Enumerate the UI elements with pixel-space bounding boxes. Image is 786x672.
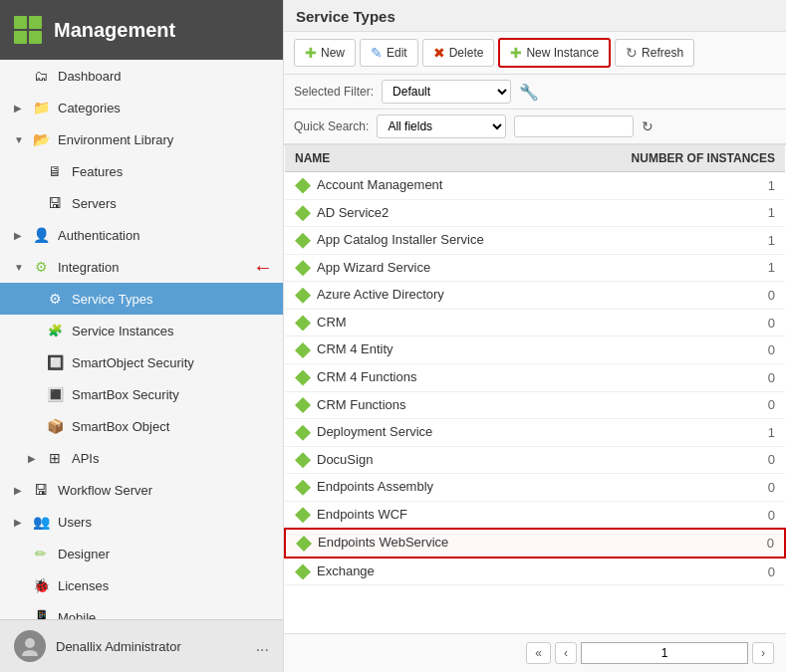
table-row[interactable]: DocuSign0 (285, 446, 785, 474)
expand-arrow: ▶ (28, 453, 38, 464)
refresh-icon: ↻ (626, 45, 638, 61)
table-row[interactable]: Azure Active Directory0 (285, 282, 785, 310)
new-instance-icon: ✚ (510, 45, 522, 61)
sidebar-item-integration[interactable]: ▼ ⚙ Integration ← (0, 251, 283, 283)
sidebar-item-authentication[interactable]: ▶ 👤 Authentication (0, 219, 283, 251)
table-row[interactable]: Exchange0 (285, 558, 785, 585)
sidebar-item-service-instances[interactable]: 🧩 Service Instances (0, 315, 283, 346)
sidebar-item-label: Dashboard (58, 69, 122, 84)
row-instances: 0 (565, 309, 785, 336)
row-name-text: Exchange (317, 563, 375, 578)
sidebar-header: Management (0, 0, 283, 60)
sidebar-item-dashboard[interactable]: 🗂 Dashboard (0, 60, 283, 92)
table-row[interactable]: CRM 4 Entity0 (285, 336, 785, 364)
smartobj-icon: 🔲 (46, 353, 64, 371)
sidebar-item-label: Features (72, 164, 123, 179)
service-type-icon (295, 315, 311, 331)
sidebar-item-label: Workflow Server (58, 483, 152, 498)
filter-settings-icon[interactable]: 🔧 (519, 83, 539, 102)
table-row[interactable]: Endpoints Assembly0 (285, 474, 785, 502)
pagination-first-button[interactable]: « (526, 642, 551, 664)
service-type-icon (295, 480, 311, 496)
sidebar-item-smartbox-object[interactable]: 📦 SmartBox Object (0, 410, 283, 442)
sidebar-item-servers[interactable]: 🖫 Servers (0, 187, 283, 219)
row-name: Account Management (285, 172, 565, 200)
new-instance-button[interactable]: ✚ New Instance (498, 38, 611, 68)
selected-filter-select[interactable]: Default (382, 80, 511, 104)
sidebar-item-label: Service Instances (72, 324, 174, 338)
smartbox2-icon: 📦 (46, 417, 64, 435)
footer-menu-button[interactable]: ... (256, 637, 269, 655)
table-row[interactable]: App Catalog Installer Service1 (285, 227, 785, 255)
logo-cell-4 (29, 31, 42, 44)
refresh-button-label: Refresh (642, 46, 683, 60)
sidebar-item-users[interactable]: ▶ 👥 Users (0, 506, 283, 538)
table-row[interactable]: AD Service21 (285, 199, 785, 227)
expand-arrow: ▼ (14, 262, 24, 273)
table-row[interactable]: Endpoints WCF0 (285, 501, 785, 529)
svg-point-0 (25, 638, 35, 648)
sidebar-item-designer[interactable]: ✏ Designer (0, 538, 283, 569)
sidebar-nav: 🗂 Dashboard ▶ 📁 Categories ▼ 📂 Environme… (0, 60, 283, 619)
sidebar-item-label: SmartBox Object (72, 419, 169, 434)
table-row[interactable]: CRM0 (285, 309, 785, 336)
row-instances: 1 (565, 199, 785, 227)
delete-button[interactable]: ✖ Delete (422, 39, 495, 67)
table-scroll: NAME NUMBER OF INSTANCES Account Managem… (284, 145, 786, 633)
folder-icon: 📁 (32, 99, 50, 116)
sidebar-item-mobile[interactable]: 📱 Mobile (0, 601, 283, 619)
sidebar-item-categories[interactable]: ▶ 📁 Categories (0, 92, 283, 123)
sidebar-item-service-types[interactable]: ⚙ Service Types (0, 283, 283, 315)
service-type-icon (295, 342, 311, 358)
features-icon: 🖥 (46, 162, 64, 180)
sidebar-item-smartobject-security[interactable]: 🔲 SmartObject Security (0, 346, 283, 378)
sidebar-item-label: Users (58, 515, 92, 530)
expand-arrow: ▼ (14, 134, 24, 145)
row-instances: 0 (565, 391, 785, 419)
table-row[interactable]: Account Management1 (285, 172, 785, 200)
search-input[interactable] (514, 115, 634, 137)
sidebar-item-features[interactable]: 🖥 Features (0, 155, 283, 187)
table-row[interactable]: CRM 4 Functions0 (285, 363, 785, 391)
designer-icon: ✏ (32, 545, 50, 562)
service-type-icon (295, 288, 311, 304)
new-button[interactable]: ✚ New (294, 39, 356, 67)
sidebar-item-apis[interactable]: ▶ ⊞ APIs (0, 442, 283, 474)
sidebar-item-environment-library[interactable]: ▼ 📂 Environment Library (0, 123, 283, 155)
search-refresh-icon[interactable]: ↻ (642, 118, 654, 134)
row-instances: 1 (565, 419, 785, 447)
table-row[interactable]: Endpoints WebService0 (285, 529, 785, 558)
sidebar-item-smartbox-security[interactable]: 🔳 SmartBox Security (0, 378, 283, 410)
row-name-text: App Catalog Installer Service (317, 232, 484, 247)
row-name-text: CRM 4 Entity (317, 341, 393, 356)
pagination-next-button[interactable]: › (752, 642, 774, 664)
api-icon: ⊞ (46, 449, 64, 467)
workflow-icon: 🖫 (32, 481, 50, 499)
table-row[interactable]: CRM Functions0 (285, 391, 785, 419)
logo-cell-1 (14, 16, 27, 29)
filter-row: Selected Filter: Default 🔧 (284, 75, 786, 110)
row-name: App Catalog Installer Service (285, 227, 565, 255)
pagination-prev-button[interactable]: ‹ (555, 642, 577, 664)
service-type-icon (295, 260, 311, 276)
sidebar-item-label: Licenses (58, 578, 109, 593)
sidebar-item-licenses[interactable]: 🐞 Licenses (0, 569, 283, 601)
sidebar-item-workflow-server[interactable]: ▶ 🖫 Workflow Server (0, 474, 283, 506)
edit-button[interactable]: ✎ Edit (360, 39, 418, 67)
row-instances: 1 (565, 254, 785, 282)
row-name-text: DocuSign (317, 452, 373, 467)
row-name-text: Endpoints Assembly (317, 479, 433, 494)
row-name: CRM Functions (285, 391, 565, 419)
table-row[interactable]: Deployment Service1 (285, 419, 785, 447)
sidebar-item-label: Servers (72, 196, 117, 211)
logo-cell-3 (14, 31, 27, 44)
quick-search-field-select[interactable]: All fields (377, 114, 506, 138)
pagination-current-page[interactable] (581, 642, 748, 664)
row-name: Endpoints Assembly (285, 474, 565, 502)
table-row[interactable]: App Wizard Service1 (285, 254, 785, 282)
expand-arrow: ▶ (14, 517, 24, 528)
sidebar-item-label: SmartObject Security (72, 355, 194, 370)
expand-arrow: ▶ (14, 485, 24, 496)
delete-button-label: Delete (449, 46, 484, 60)
refresh-button[interactable]: ↻ Refresh (615, 39, 694, 67)
